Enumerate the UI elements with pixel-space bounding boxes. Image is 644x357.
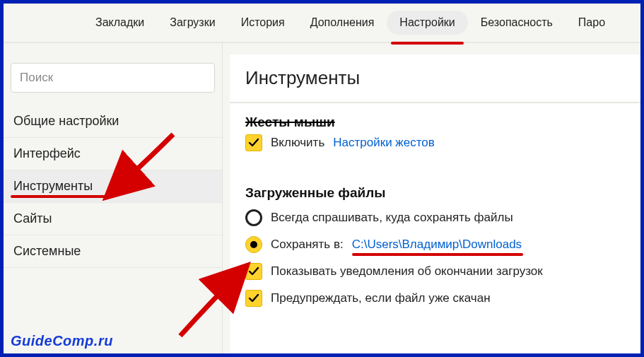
checkbox-notify-complete[interactable] xyxy=(245,263,262,280)
tab-addons[interactable]: Дополнения xyxy=(298,11,387,35)
top-tabs: Закладки Загрузки История Дополнения Нас… xyxy=(4,4,640,43)
sidebar-item-sites[interactable]: Сайты xyxy=(4,203,222,235)
tab-security[interactable]: Безопасность xyxy=(468,11,566,35)
sidebar-search xyxy=(11,63,215,93)
tab-bookmarks[interactable]: Закладки xyxy=(83,11,157,35)
settings-sidebar: Общие настройки Интерфейс Инструменты Са… xyxy=(4,43,223,353)
radio-always-ask[interactable] xyxy=(245,209,262,226)
tab-settings[interactable]: Настройки xyxy=(387,11,467,35)
tab-downloads[interactable]: Загрузки xyxy=(157,11,228,35)
tab-history[interactable]: История xyxy=(228,11,298,35)
annotation-underline-icon xyxy=(11,195,106,198)
warn-exists-label: Предупреждать, если файл уже скачан xyxy=(271,291,491,305)
section-mouse-gestures-heading: Жесты мыши xyxy=(245,115,625,130)
page-title: Инструменты xyxy=(245,67,625,89)
check-icon xyxy=(248,293,259,304)
save-to-label: Сохранять в: xyxy=(271,238,344,252)
check-icon xyxy=(248,266,259,277)
sidebar-item-interface[interactable]: Интерфейс xyxy=(4,138,222,170)
radio-dot-icon xyxy=(250,241,257,248)
tab-passwords[interactable]: Паро xyxy=(566,11,618,35)
settings-panel: Инструменты Жесты мыши Включить Настройк… xyxy=(230,54,640,353)
check-icon xyxy=(248,137,259,148)
sidebar-item-general[interactable]: Общие настройки xyxy=(4,105,222,138)
sidebar-item-system[interactable]: Системные xyxy=(4,235,222,268)
enable-gestures-label: Включить xyxy=(271,136,324,150)
watermark: GuideComp.ru xyxy=(11,333,113,349)
notify-complete-label: Показывать уведомления об окончании загр… xyxy=(271,264,543,279)
checkbox-warn-exists[interactable] xyxy=(245,290,262,307)
divider xyxy=(230,102,640,103)
always-ask-label: Всегда спрашивать, куда сохранять файлы xyxy=(271,211,513,225)
save-path-link[interactable]: C:\Users\Владимир\Downloads xyxy=(352,238,522,251)
radio-save-to[interactable] xyxy=(245,236,262,253)
search-input[interactable] xyxy=(11,63,215,93)
sidebar-item-label: Инструменты xyxy=(13,179,93,193)
section-downloads-heading: Загруженные файлы xyxy=(245,185,625,201)
sidebar-item-tools[interactable]: Инструменты xyxy=(4,170,222,203)
checkbox-enable-gestures[interactable] xyxy=(245,134,262,151)
gesture-settings-link[interactable]: Настройки жестов xyxy=(333,136,435,150)
